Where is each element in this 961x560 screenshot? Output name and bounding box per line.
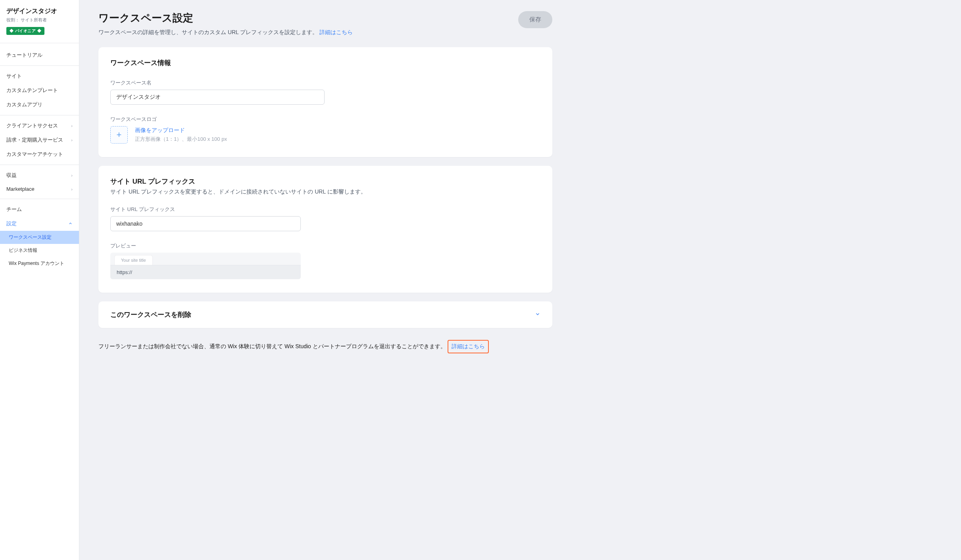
upload-image-link[interactable]: 画像をアップロード — [135, 127, 227, 134]
preview-tab: Your site title — [114, 255, 153, 265]
page-title: ワークスペース設定 — [98, 11, 353, 25]
workspace-info-card: ワークスペース情報 ワークスペース名 ワークスペースロゴ + 画像をアップロード… — [98, 47, 552, 157]
sidebar-item-label: カスタムテンプレート — [6, 87, 58, 94]
chevron-down-icon — [535, 311, 540, 318]
preview-label: プレビュー — [110, 242, 540, 249]
sidebar-item-label: カスタマーケアチケット — [6, 151, 63, 158]
sidebar-item-label: 請求・定期購入サービス — [6, 136, 63, 144]
workspace-name-label: ワークスペース名 — [110, 79, 540, 86]
field-workspace-logo: ワークスペースロゴ + 画像をアップロード 正方形画像（1：1）、最小100 x… — [110, 116, 540, 144]
page-subtitle: ワークスペースの詳細を管理し、サイトのカスタム URL プレフィックスを設定しま… — [98, 29, 353, 36]
sidebar-item-label: チーム — [6, 206, 22, 213]
sidebar-item-label: 収益 — [6, 172, 17, 179]
sidebar-item[interactable]: クライアントサクセス› — [0, 119, 79, 133]
sidebar-item-label: クライアントサクセス — [6, 122, 58, 129]
delete-workspace-card[interactable]: このワークスペースを削除 — [98, 301, 552, 328]
sidebar-subitem[interactable]: Wix Payments アカウント — [0, 257, 79, 270]
card-subtitle-prefix: サイト URL プレフィックスを変更すると、ドメインに接続されていないサイトの … — [110, 188, 540, 196]
sidebar: デザインスタジオ 役割： サイト所有者 ◆ パイオニア ◆ チュートリアルサイト… — [0, 0, 79, 560]
sidebar-item-label: サイト — [6, 73, 22, 80]
field-workspace-name: ワークスペース名 — [110, 79, 540, 105]
divider — [0, 165, 79, 165]
sidebar-item[interactable]: 請求・定期購入サービス› — [0, 133, 79, 147]
sidebar-subitem[interactable]: ビジネス情報 — [0, 244, 79, 257]
sidebar-item[interactable]: 収益› — [0, 168, 79, 182]
sidebar-header: デザインスタジオ 役割： サイト所有者 ◆ パイオニア ◆ — [0, 0, 79, 40]
sidebar-item[interactable]: カスタマーケアチケット — [0, 147, 79, 161]
upload-box[interactable]: + — [110, 126, 128, 144]
chevron-up-icon — [68, 221, 73, 226]
field-url-prefix: サイト URL プレフィックス — [110, 206, 540, 231]
divider — [0, 65, 79, 66]
preview-box: Your site title https:// — [110, 253, 301, 279]
upload-hint: 正方形画像（1：1）、最小100 x 100 px — [135, 136, 227, 142]
pioneer-badge: ◆ パイオニア ◆ — [6, 27, 44, 35]
sidebar-item-label: チュートリアル — [6, 52, 42, 59]
workspace-name: デザインスタジオ — [6, 7, 73, 15]
learn-more-link[interactable]: 詳細はこちら — [319, 29, 353, 35]
divider — [0, 199, 79, 199]
workspace-logo-label: ワークスペースロゴ — [110, 116, 540, 123]
sidebar-item[interactable]: チュートリアル — [0, 48, 79, 62]
sidebar-subitem[interactable]: ワークスペース設定 — [0, 231, 79, 244]
sidebar-item[interactable]: Marketplace› — [0, 182, 79, 196]
page-subtitle-text: ワークスペースの詳細を管理し、サイトのカスタム URL プレフィックスを設定しま… — [98, 29, 318, 35]
sidebar-nav: チュートリアルサイトカスタムテンプレートカスタムアプリクライアントサクセス›請求… — [0, 46, 79, 272]
chevron-right-icon: › — [71, 138, 73, 142]
sidebar-item[interactable]: 設定 — [0, 217, 79, 231]
card-title-prefix: サイト URL プレフィックス — [110, 177, 540, 186]
save-button[interactable]: 保存 — [518, 11, 552, 28]
divider — [0, 115, 79, 115]
sidebar-item[interactable]: カスタムテンプレート — [0, 83, 79, 98]
plus-icon: + — [117, 130, 122, 140]
main-content: ワークスペース設定 ワークスペースの詳細を管理し、サイトのカスタム URL プレ… — [79, 0, 571, 560]
url-prefix-input[interactable] — [110, 216, 301, 231]
url-prefix-card: サイト URL プレフィックス サイト URL プレフィックスを変更すると、ドメ… — [98, 166, 552, 293]
chevron-right-icon: › — [71, 173, 73, 178]
delete-card-title: このワークスペースを削除 — [110, 310, 191, 319]
field-preview: プレビュー Your site title https:// — [110, 242, 540, 279]
footer-text: フリーランサーまたは制作会社でない場合、通常の Wix 体験に切り替えて Wix… — [98, 343, 446, 350]
sidebar-item[interactable]: カスタムアプリ — [0, 98, 79, 112]
sidebar-item-label: Marketplace — [6, 186, 35, 192]
divider — [0, 43, 79, 43]
preview-url: https:// — [110, 265, 301, 279]
footer-note: フリーランサーまたは制作会社でない場合、通常の Wix 体験に切り替えて Wix… — [98, 340, 552, 353]
sidebar-item-label: カスタムアプリ — [6, 101, 42, 108]
sidebar-item-label: 設定 — [6, 220, 17, 227]
url-prefix-label: サイト URL プレフィックス — [110, 206, 540, 213]
sidebar-item[interactable]: チーム — [0, 202, 79, 217]
workspace-name-input[interactable] — [110, 90, 325, 105]
card-title-info: ワークスペース情報 — [110, 58, 540, 67]
sidebar-item[interactable]: サイト — [0, 69, 79, 83]
page-header: ワークスペース設定 ワークスペースの詳細を管理し、サイトのカスタム URL プレ… — [98, 11, 552, 36]
workspace-role: 役割： サイト所有者 — [6, 17, 73, 23]
footer-learn-more-link[interactable]: 詳細はこちら — [448, 340, 489, 353]
chevron-right-icon: › — [71, 123, 73, 128]
chevron-right-icon: › — [71, 187, 73, 192]
